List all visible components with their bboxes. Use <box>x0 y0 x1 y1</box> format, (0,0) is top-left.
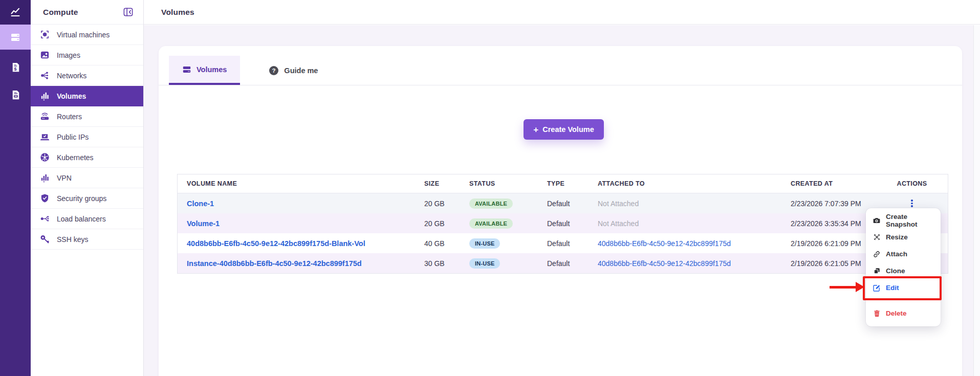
volume-size: 20 GB <box>424 200 469 208</box>
sidebar-item-networks[interactable]: Networks <box>31 65 143 86</box>
volume-name-link[interactable]: Volume-1 <box>178 219 424 228</box>
status-badge: IN-USE <box>469 238 500 249</box>
attach-link-icon <box>873 250 881 258</box>
create-volume-button[interactable]: + Create Volume <box>524 119 604 140</box>
table-row: Instance-40d8b6bb-E6fb-4c50-9e12-42bc899… <box>178 253 948 273</box>
sidebar-item-label: Security groups <box>57 194 106 203</box>
tab-bar: Volumes ? Guide me <box>159 46 962 85</box>
clone-icon <box>873 267 881 275</box>
edit-pencil-icon <box>873 284 881 292</box>
volume-type: Default <box>547 200 598 208</box>
menu-item-attach[interactable]: Attach <box>866 246 941 262</box>
volume-name-link[interactable]: 40d8b6bb-E6fb-4c50-9e12-42bc899f175d-Bla… <box>178 239 424 248</box>
sidebar-item-label: Load balancers <box>57 215 106 223</box>
compute-server-icon <box>9 31 21 43</box>
plus-icon: + <box>533 125 538 134</box>
menu-item-resize[interactable]: Resize <box>866 229 941 246</box>
load-balancer-icon <box>39 214 50 224</box>
column-header-volume-name: VOLUME NAME <box>178 180 424 187</box>
rail-item-analytics[interactable] <box>0 0 31 25</box>
attached-to-value: Not Attached <box>598 200 787 208</box>
page-title: Volumes <box>161 8 194 17</box>
created-at-value: 2/19/2026 6:21:05 PM <box>787 259 876 268</box>
billing-invoice-icon: $ <box>10 61 21 73</box>
created-at-value: 2/23/2026 3:35:34 PM <box>787 219 876 228</box>
sidebar-item-routers[interactable]: Routers <box>31 106 143 127</box>
router-icon <box>39 112 50 122</box>
column-header-created-at: CREATED AT <box>787 180 876 187</box>
kubernetes-icon <box>39 152 50 163</box>
column-header-type: TYPE <box>547 180 598 187</box>
topbar: Volumes <box>144 0 980 25</box>
sidebar-item-label: VPN <box>57 174 72 182</box>
menu-item-label: Edit <box>886 284 899 292</box>
attached-to-link[interactable]: 40d8b6bb-E6fb-4c50-9e12-42bc899f175d <box>598 259 787 268</box>
vertical-scrollbar[interactable] <box>973 25 980 376</box>
sidebar-item-label: Volumes <box>57 92 86 100</box>
public-ip-icon <box>39 132 50 142</box>
networks-icon <box>39 71 50 81</box>
table-row: Clone-1 20 GB AVAILABLE Default Not Atta… <box>178 193 948 213</box>
rail-item-billing[interactable]: $ <box>0 57 31 77</box>
volume-type: Default <box>547 219 598 228</box>
volume-size: 40 GB <box>424 239 469 248</box>
volumes-table: VOLUME NAME SIZE STATUS TYPE ATTACHED TO… <box>177 174 948 274</box>
status-badge: IN-USE <box>469 258 500 269</box>
attached-to-link[interactable]: 40d8b6bb-E6fb-4c50-9e12-42bc899f175d <box>598 239 787 248</box>
volume-size: 30 GB <box>424 259 469 268</box>
sidebar-item-label: Virtual machines <box>57 31 110 39</box>
menu-item-delete[interactable]: Delete <box>866 305 941 322</box>
svg-text:?: ? <box>272 68 276 74</box>
key-icon <box>39 234 50 245</box>
table-row: 40d8b6bb-E6fb-4c50-9e12-42bc899f175d-Bla… <box>178 233 948 253</box>
sidebar-title: Compute <box>43 8 78 17</box>
question-circle-icon: ? <box>269 65 279 76</box>
sidebar-header: Compute <box>31 0 143 25</box>
sidebar-item-label: Images <box>57 51 80 59</box>
sidebar-item-ssh-keys[interactable]: SSH keys <box>31 229 143 250</box>
sidebar-item-public-ips[interactable]: Public IPs <box>31 127 143 147</box>
row-actions-menu: Create Snapshot Resize Attach Clone <box>866 208 941 326</box>
analytics-chart-icon <box>9 6 21 18</box>
volume-name-link[interactable]: Instance-40d8b6bb-E6fb-4c50-9e12-42bc899… <box>178 259 424 268</box>
row-actions-kebab-button[interactable] <box>907 198 917 209</box>
column-header-actions: ACTIONS <box>876 180 948 187</box>
sidebar-item-images[interactable]: Images <box>31 45 143 65</box>
rail-item-documents[interactable] <box>0 84 31 105</box>
status-badge: AVAILABLE <box>469 218 513 229</box>
images-icon <box>39 50 50 60</box>
sidebar-item-label: Routers <box>57 113 82 121</box>
sidebar: Compute Virtual machines Images <box>31 0 144 376</box>
resize-icon <box>873 233 881 241</box>
table-row: Volume-1 20 GB AVAILABLE Default Not Att… <box>178 213 948 233</box>
content-card: Volumes ? Guide me + Create Volume VOLUM… <box>159 46 962 376</box>
vpn-icon <box>39 173 50 183</box>
sidebar-item-volumes[interactable]: Volumes <box>31 86 143 106</box>
create-volume-label: Create Volume <box>542 125 594 134</box>
shield-icon <box>39 193 50 204</box>
sidebar-item-label: Kubernetes <box>57 153 94 162</box>
created-at-value: 2/23/2026 7:07:39 PM <box>787 200 876 208</box>
rail-item-compute[interactable] <box>0 25 31 50</box>
menu-item-edit[interactable]: Edit <box>866 279 941 296</box>
documents-icon <box>10 89 21 101</box>
icon-rail: $ <box>0 0 31 376</box>
volume-name-link[interactable]: Clone-1 <box>178 200 424 208</box>
table-header-row: VOLUME NAME SIZE STATUS TYPE ATTACHED TO… <box>178 174 948 193</box>
tab-volumes[interactable]: Volumes <box>169 56 240 85</box>
sidebar-item-vpn[interactable]: VPN <box>31 168 143 188</box>
trash-icon <box>873 309 881 318</box>
sidebar-item-kubernetes[interactable]: Kubernetes <box>31 147 143 168</box>
sidebar-item-label: Public IPs <box>57 133 89 141</box>
menu-item-clone[interactable]: Clone <box>866 262 941 279</box>
sidebar-item-load-balancers[interactable]: Load balancers <box>31 209 143 229</box>
collapse-sidebar-button[interactable] <box>122 6 134 18</box>
menu-item-label: Create Snapshot <box>886 213 941 228</box>
sidebar-item-virtual-machines[interactable]: Virtual machines <box>31 25 143 45</box>
attached-to-value: Not Attached <box>598 219 787 228</box>
column-header-size: SIZE <box>424 180 469 187</box>
tab-guide-me[interactable]: ? Guide me <box>255 56 331 85</box>
sidebar-item-security-groups[interactable]: Security groups <box>31 188 143 209</box>
menu-item-label: Resize <box>886 233 908 241</box>
menu-item-create-snapshot[interactable]: Create Snapshot <box>866 212 941 229</box>
